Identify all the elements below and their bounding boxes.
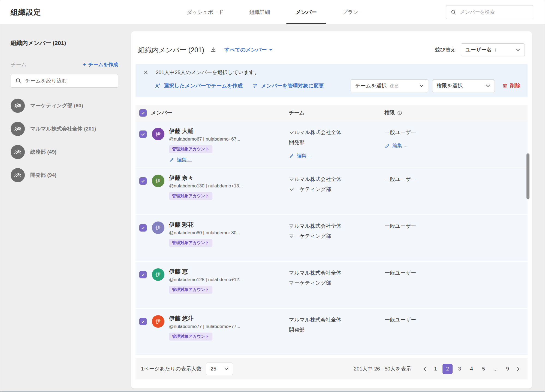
download-button[interactable] (210, 46, 217, 53)
team-name: マルマル株式会社全体 (289, 268, 385, 278)
avatar: 伊 (152, 268, 164, 281)
caret-down-icon (269, 48, 273, 51)
member-row[interactable]: 伊 伊藤 悠斗 @nulabdemo77 | nulabdemo+77... 管… (136, 309, 528, 355)
member-row[interactable]: 伊 伊藤 彩花 @nulabdemo80 | nulabdemo+80... 管… (136, 215, 528, 262)
team-name: マルマル株式会社全体 (289, 315, 385, 325)
team-name: 開発部 (94) (30, 172, 56, 179)
check-icon (141, 319, 145, 324)
info-icon[interactable] (397, 110, 402, 116)
row-checkbox[interactable] (139, 130, 147, 138)
create-team-label: チームを作成 (88, 61, 118, 68)
team-group-icon (11, 99, 25, 113)
per-page-label: 1ページあたりの表示人数 (141, 365, 201, 372)
scrollbar-thumb[interactable] (526, 153, 529, 199)
sort-select[interactable]: ユーザー名 ↑ (461, 43, 525, 56)
team-group-icon (11, 168, 25, 182)
tab[interactable]: 組織詳細 (240, 0, 279, 24)
check-icon (141, 226, 145, 230)
team-column-header: チーム (289, 109, 384, 116)
range-text: 201人中 26 - 50人を表示 (354, 365, 411, 372)
edit-permission-label: 編集 ... (392, 141, 408, 151)
per-page-select[interactable]: 25 (206, 363, 233, 375)
sidebar: 組織内メンバー (201) チーム + チームを作成 (0, 24, 128, 391)
page-number-button[interactable]: 9 (502, 364, 513, 374)
team-name: 開発部 (289, 325, 385, 335)
delete-button[interactable]: 削除 (502, 82, 520, 89)
trash-icon (502, 83, 508, 89)
page-title: 組織設定 (11, 7, 41, 17)
member-permission-cell: 一般ユーザー (385, 315, 416, 325)
member-teams-cell: マルマル株式会社全体 マーケティング部 (289, 221, 385, 241)
page: 組織設定 ダッシュボード 組織詳細 メンバー プラン 組織内メンバー (201 (0, 0, 545, 392)
edit-teams-link[interactable]: 編集 ... (289, 151, 385, 161)
team-filter-input[interactable] (25, 78, 113, 84)
page-number-button[interactable]: ... (490, 364, 501, 374)
member-filter-dropdown[interactable]: すべてのメンバー (224, 46, 273, 53)
sort-value: ユーザー名 (465, 46, 492, 53)
row-checkbox[interactable] (139, 318, 147, 325)
table-scrollbar[interactable] (526, 153, 529, 386)
create-team-from-selection-link[interactable]: 選択したメンバーでチームを作成 (155, 82, 243, 89)
member-handle: @nulabdemo128 | nulabdemo+12... (169, 277, 289, 282)
member-permission-cell: 一般ユーザー 編集 ... (385, 127, 416, 151)
edit-member-link[interactable]: 編集 ... (169, 156, 289, 163)
permission-value: 一般ユーザー (385, 315, 416, 325)
avatar: 伊 (152, 221, 164, 234)
tab[interactable]: メンバー (286, 0, 326, 24)
team-name: マーケティング部 (289, 184, 385, 194)
next-page-button[interactable] (514, 366, 522, 371)
row-checkbox[interactable] (139, 271, 147, 278)
member-handle: @nulabdemo77 | nulabdemo+77... (169, 324, 289, 329)
edit-teams-label: 編集 ... (297, 151, 312, 161)
member-row[interactable]: 伊 伊藤 奈々 @nulabdemo130 | nulabdemo+13... … (136, 168, 528, 215)
page-number-button[interactable]: 3 (454, 364, 465, 374)
permission-value: 一般ユーザー (385, 268, 416, 278)
row-checkbox[interactable] (139, 224, 147, 232)
swap-arrows-icon (252, 83, 258, 89)
change-managed-link[interactable]: メンバーを管理対象に変更 (252, 82, 324, 89)
check-icon (141, 179, 145, 183)
team-name: 総務部 (49) (30, 148, 56, 156)
clear-selection-button[interactable] (143, 69, 149, 76)
tab[interactable]: プラン (333, 0, 368, 24)
managed-account-badge: 管理対象アカウント (169, 286, 212, 294)
permission-value: 一般ユーザー (385, 127, 416, 137)
page-number-button[interactable]: 5 (478, 364, 489, 374)
avatar: 伊 (152, 315, 164, 328)
team-item[interactable]: マーケティング部 (60) (11, 98, 118, 113)
team-item[interactable]: 総務部 (49) (11, 144, 118, 160)
edit-permission-link[interactable]: 編集 ... (385, 141, 416, 151)
team-item[interactable]: マルマル株式会社全体 (201) (11, 121, 118, 136)
page-number-button[interactable]: 2 (442, 364, 453, 374)
row-checkbox[interactable] (139, 177, 147, 185)
member-name: 伊藤 悠斗 (169, 315, 289, 322)
member-search-input[interactable] (460, 9, 529, 15)
permission-value: 一般ユーザー (385, 174, 416, 184)
table-footer: 1ページあたりの表示人数 25 201人中 26 - 50人を表示 (136, 358, 528, 379)
selection-banner: 201人中25人のメンバーを選択しています。 選択したメンバーでチームを作成 (136, 64, 528, 97)
page-number-button[interactable]: 4 (466, 364, 477, 374)
app-header: 組織設定 ダッシュボード 組織詳細 メンバー プラン (0, 0, 545, 24)
permission-select[interactable]: 権限を選択 (432, 79, 495, 92)
pencil-icon (289, 153, 294, 159)
add-user-icon (155, 83, 161, 89)
edit-member-label: 編集 ... (177, 156, 192, 163)
page-number-button[interactable]: 1 (430, 364, 441, 374)
team-item[interactable]: 開発部 (94) (11, 168, 118, 183)
member-info: 伊藤 悠斗 @nulabdemo77 | nulabdemo+77... 管理対… (169, 315, 289, 341)
member-name: 伊藤 恵 (169, 268, 289, 275)
member-search[interactable] (446, 5, 533, 19)
select-all-checkbox[interactable] (139, 109, 147, 117)
member-handle: @nulabdemo67 | nulabdemo+67... (169, 136, 289, 142)
team-select[interactable]: チームを選択 任意 (351, 79, 428, 92)
tab[interactable]: ダッシュボード (177, 0, 233, 24)
member-info: 伊藤 大輔 @nulabdemo67 | nulabdemo+67... 管理対… (169, 127, 289, 163)
search-icon (15, 78, 22, 84)
member-row[interactable]: 伊 伊藤 恵 @nulabdemo128 | nulabdemo+12... 管… (136, 262, 528, 309)
member-row[interactable]: 伊 伊藤 大輔 @nulabdemo67 | nulabdemo+67... 管… (136, 121, 528, 168)
search-icon (451, 9, 457, 15)
prev-page-button[interactable] (421, 366, 429, 371)
team-filter[interactable] (11, 74, 118, 88)
managed-account-badge: 管理対象アカウント (169, 145, 212, 153)
create-team-link[interactable]: + チームを作成 (83, 61, 118, 68)
